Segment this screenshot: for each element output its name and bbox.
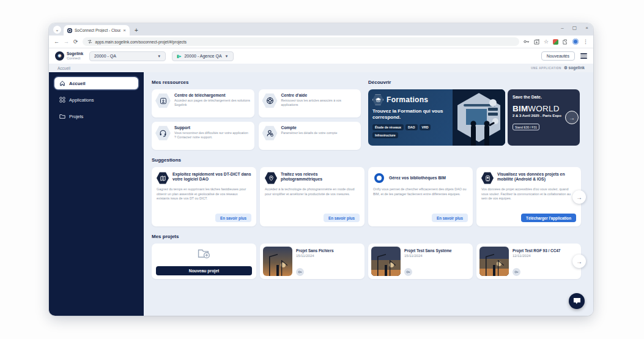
section-heading-discover: Découvrir	[368, 80, 583, 85]
suggestion-title: Gérez vos bibliothèques BIM	[389, 176, 446, 181]
formations-title: Formations	[387, 95, 428, 104]
extension-icon[interactable]	[553, 39, 558, 45]
url-text: apps.main.sogelink.com/soconnect-projet/…	[95, 40, 187, 44]
minimize-button[interactable]: –	[561, 25, 563, 31]
project-thumbnail	[479, 247, 509, 276]
suggestion-card-photogrammetrie[interactable]: Traitez vos relevés photogrammétriques A…	[260, 167, 365, 226]
sidebar-item-label: Projets	[69, 114, 83, 119]
chevron-down-icon: ▼	[225, 54, 229, 58]
formation-tag: VRD	[420, 124, 431, 130]
close-tab-icon[interactable]: ×	[123, 28, 126, 33]
learn-more-button[interactable]: En savoir plus	[324, 214, 360, 222]
chevron-down-icon: ▼	[157, 54, 161, 58]
sogelink-wordmark: ⚙ sogelink	[564, 65, 585, 70]
sidebar-item-label: Accueil	[69, 81, 86, 86]
suggestion-title: Traitez vos relevés photogrammétriques	[281, 172, 360, 182]
resource-description: Paramétrez les détails de votre compte	[281, 131, 338, 135]
app-header: ✺ Sogelink Connect 20000 - QA ▼ ▮▸ 20000…	[49, 48, 593, 64]
mobile-app-icon	[481, 172, 494, 184]
browser-tab[interactable]: SoConnect Project - Cloud ×	[64, 25, 130, 35]
resource-description: Retrouvez tous les articles associés à v…	[281, 99, 358, 107]
brand-sub: Connect	[67, 56, 83, 60]
discover-next-button[interactable]: →	[565, 111, 579, 124]
suggestion-card-mobile[interactable]: Visualisez vos données projets en mobili…	[476, 167, 581, 226]
chevron-down-icon: ⌄	[56, 28, 59, 32]
chat-button[interactable]	[569, 293, 585, 309]
learn-more-button[interactable]: En savoir plus	[432, 214, 468, 222]
sidebar-item-applications[interactable]: Applications	[54, 94, 138, 106]
resource-description: Accédez aux pages de téléchargement des …	[174, 99, 251, 107]
learn-more-button[interactable]: En savoir plus	[215, 214, 251, 222]
tab-search-button[interactable]: ⌄	[53, 26, 61, 34]
hamburger-menu-icon[interactable]	[580, 53, 587, 59]
news-button[interactable]: Nouveautés	[541, 51, 575, 61]
agency-dropdown[interactable]: ▮▸ 20000 - Agence QA ▼	[172, 51, 233, 61]
tab-title: SoConnect Project - Cloud	[75, 28, 120, 32]
projects-next-button[interactable]: →	[572, 255, 586, 268]
suggestion-description: Onfly vous permet de chercher efficaceme…	[373, 187, 468, 214]
breadcrumb-bar: Accueil UNE APPLICATION ⚙ sogelink	[49, 64, 593, 72]
address-bar[interactable]: apps.main.sogelink.com/soconnect-projet/…	[83, 37, 519, 46]
bim-kicker: Save the Date.	[513, 95, 575, 99]
site-info-icon[interactable]	[87, 39, 92, 44]
password-key-icon[interactable]	[524, 39, 530, 44]
section-heading-resources: Mes ressources	[152, 80, 361, 85]
resource-card-compte[interactable]: Compte Paramétrez les détails de votre c…	[259, 122, 361, 150]
suggestion-title: Exploitez rapidement vos DT-DICT dans vo…	[172, 172, 251, 182]
suggestion-card-bim[interactable]: Gérez vos bibliothèques BIM Onfly vous p…	[368, 167, 473, 226]
bim-stand-badge: Stand E30 / F31	[513, 124, 539, 130]
download-app-button[interactable]: Télécharger l'application	[521, 214, 576, 222]
resource-card-aide[interactable]: Centre d'aide Retrouvez tous les article…	[259, 89, 361, 117]
graduation-cap-icon	[372, 94, 383, 105]
suggestions-next-button[interactable]: →	[572, 190, 586, 204]
browser-menu-icon[interactable]: ⋮	[583, 39, 588, 45]
new-project-button[interactable]: Nouveau projet	[156, 266, 252, 275]
bookmark-star-icon[interactable]: ☆	[544, 39, 549, 45]
organization-value: 20000 - QA	[94, 54, 116, 58]
reload-icon[interactable]: ⟳	[73, 39, 78, 45]
bim-brand: BIMWORLD	[513, 104, 575, 113]
key-badge-icon	[404, 268, 412, 276]
resource-card-telechargement[interactable]: Centre de téléchargement Accédez aux pag…	[152, 89, 254, 117]
project-name: Projet Sans Fichiers	[296, 248, 361, 253]
photogrammetry-pin-icon	[265, 172, 277, 184]
folder-plus-icon	[198, 247, 211, 259]
project-card[interactable]: Projet Test RGF 93 / CC47 12/11/2024	[476, 244, 581, 279]
extensions-puzzle-icon[interactable]	[563, 39, 568, 45]
sogelink-logo-icon: ✺	[55, 51, 64, 61]
formations-banner[interactable]: Formations Trouvez la Formation qui vous…	[368, 89, 505, 146]
resource-card-support[interactable]: Support Vous rencontrez des difficultés …	[152, 122, 254, 150]
next-arrow-icon: →	[576, 194, 582, 201]
project-name: Projet Test RGF 93 / CC47	[513, 248, 578, 253]
suggestion-card-dtdict[interactable]: Exploitez rapidement vos DT-DICT dans vo…	[152, 167, 256, 226]
sogelink-connect-logo[interactable]: ✺ Sogelink Connect	[55, 51, 83, 61]
key-badge-icon	[513, 268, 520, 276]
map-doc-icon	[157, 172, 169, 184]
profile-avatar[interactable]	[572, 39, 579, 45]
breadcrumb[interactable]: Accueil	[57, 66, 70, 70]
support-headset-icon	[155, 125, 171, 141]
resource-description: Vous rencontrez des difficultés sur votr…	[174, 131, 251, 140]
maximize-button[interactable]: ▢	[572, 25, 577, 31]
brand-name: Sogelink	[67, 52, 83, 56]
formation-tag: DAO	[405, 124, 418, 130]
back-icon[interactable]: ←	[54, 39, 59, 45]
sidebar-item-projets[interactable]: Projets	[54, 110, 138, 122]
forward-icon[interactable]: →	[64, 39, 69, 45]
section-heading-suggestions: Suggestions	[152, 157, 583, 163]
folder-icon	[59, 113, 65, 119]
tab-strip: ⌄ SoConnect Project - Cloud × + – ▢ ×	[49, 23, 593, 35]
new-tab-button[interactable]: +	[135, 27, 138, 34]
sidebar-item-accueil[interactable]: Accueil	[54, 77, 138, 89]
sidebar-item-label: Applications	[69, 97, 94, 103]
reading-list-icon[interactable]	[534, 39, 539, 45]
project-card[interactable]: Projet Sans Fichiers 15/11/2024	[260, 244, 365, 279]
close-window-button[interactable]: ×	[585, 25, 588, 31]
organization-dropdown[interactable]: 20000 - QA ▼	[89, 51, 166, 61]
project-card[interactable]: Projet Test Sans Système 15/11/2024	[368, 244, 473, 279]
suggestion-title: Visualisez vos données projets en mobili…	[497, 172, 576, 182]
next-arrow-icon: →	[576, 258, 582, 265]
new-project-card[interactable]: Nouveau projet	[152, 244, 256, 279]
download-icon	[155, 93, 171, 108]
resource-title: Support	[174, 125, 251, 130]
